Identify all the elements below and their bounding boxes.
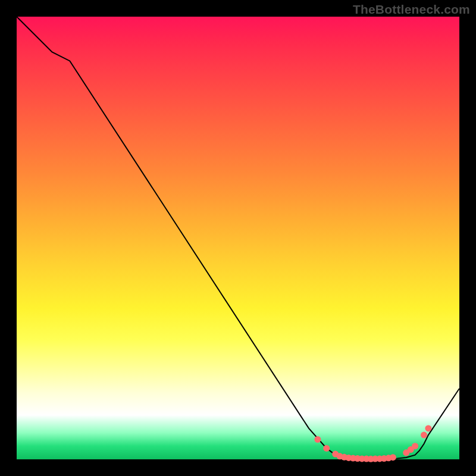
plot-area: [17, 17, 459, 459]
chart-frame: TheBottleneck.com: [0, 0, 476, 476]
line-series: [17, 17, 459, 459]
marker-dot: [421, 432, 427, 439]
marker-dot: [412, 443, 418, 449]
marker-dot: [314, 436, 321, 443]
marker-group: [314, 425, 431, 462]
marker-dot: [390, 454, 396, 461]
marker-dot: [323, 445, 330, 452]
watermark-text: TheBottleneck.com: [353, 2, 470, 17]
chart-svg: [17, 17, 459, 459]
marker-dot: [425, 425, 431, 431]
